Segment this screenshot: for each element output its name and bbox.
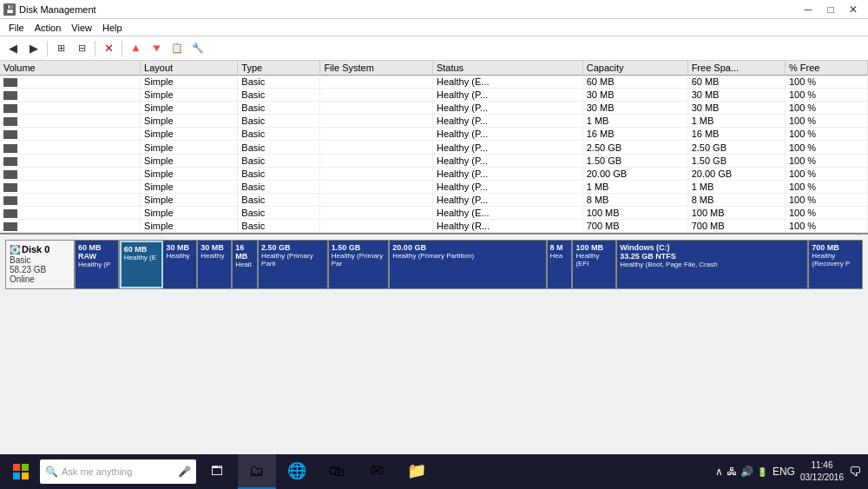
partition-size: 8 M: [550, 243, 569, 252]
col-header-freespace[interactable]: Free Spa...: [687, 61, 785, 76]
menu-view[interactable]: View: [66, 22, 97, 34]
table-row[interactable]: SimpleBasicHealthy (P...8 MB8 MB100 %: [0, 193, 868, 206]
minimize-button[interactable]: ─: [797, 0, 819, 19]
toolbar-sep-2: [95, 41, 95, 56]
table-cell: [0, 89, 141, 102]
volume-icon[interactable]: 🔊: [740, 466, 753, 478]
search-box[interactable]: 🔍 Ask me anything 🎤: [40, 459, 196, 484]
table-cell: 20.00 GB: [687, 167, 785, 180]
clock-date: 03/12/2016: [800, 472, 844, 484]
col-header-status[interactable]: Status: [432, 61, 582, 76]
table-cell: 100 %: [785, 167, 867, 180]
partition-status: Healthy (EFI: [575, 252, 613, 268]
search-icon: 🔍: [45, 466, 58, 478]
col-header-type[interactable]: Type: [238, 61, 320, 76]
disk-partition[interactable]: 30 MBHealthy: [198, 241, 233, 288]
close-button[interactable]: ✕: [842, 0, 865, 19]
toolbar-properties[interactable]: ⊞: [51, 39, 70, 58]
taskbar-file-explorer[interactable]: 🗂: [238, 454, 276, 489]
disk-partition[interactable]: 8 MHea: [548, 241, 574, 288]
col-header-volume[interactable]: Volume: [0, 61, 141, 76]
table-row[interactable]: SimpleBasicHealthy (P...1 MB1 MB100 %: [0, 180, 868, 193]
menu-action[interactable]: Action: [30, 22, 67, 34]
language-indicator[interactable]: ENG: [773, 466, 795, 478]
volume-table: Volume Layout Type File System Status Ca…: [0, 61, 868, 235]
table-row[interactable]: SimpleBasicHealthy (E...100 MB100 MB100 …: [0, 206, 868, 219]
disk-panel-area: 💽 Disk 0 Basic 58.23 GB Online 60 MB RAW…: [0, 235, 868, 454]
menu-file[interactable]: File: [3, 22, 30, 34]
toolbar-up[interactable]: 🔺: [126, 39, 145, 58]
taskbar-edge[interactable]: 🌐: [278, 454, 316, 489]
taskbar-mail[interactable]: ✉: [358, 454, 396, 489]
table-row[interactable]: SimpleBasicHealthy (P...16 MB16 MB100 %: [0, 128, 868, 141]
disk-partition[interactable]: 700 MBHealthy (Recovery P: [809, 241, 862, 288]
table-cell: Healthy (R...: [432, 220, 582, 233]
table-cell: Basic: [238, 154, 320, 167]
table-cell: [320, 180, 433, 193]
table-cell: 100 %: [785, 102, 867, 115]
toolbar-settings[interactable]: 🔧: [188, 39, 207, 58]
network-icon[interactable]: 🖧: [727, 466, 737, 478]
toolbar-refresh[interactable]: ⊟: [72, 39, 91, 58]
clock-time: 11:46: [800, 459, 844, 472]
table-row[interactable]: SimpleBasicHealthy (P...20.00 GB20.00 GB…: [0, 167, 868, 180]
disk-partition[interactable]: 16 MBHealt: [233, 241, 259, 288]
col-header-layout[interactable]: Layout: [141, 61, 238, 76]
disk-row-icon: [3, 183, 17, 192]
maximize-button[interactable]: □: [819, 0, 842, 19]
toolbar-forward[interactable]: ▶: [24, 39, 43, 58]
table-row[interactable]: SimpleBasicHealthy (P...30 MB30 MB100 %: [0, 89, 868, 102]
volume-table-container[interactable]: Volume Layout Type File System Status Ca…: [0, 61, 868, 235]
table-cell: [0, 206, 141, 219]
table-cell: Basic: [238, 76, 320, 89]
toolbar-delete[interactable]: ✕: [99, 39, 118, 58]
disk-partition[interactable]: 20.00 GBHealthy (Primary Partition): [390, 241, 547, 288]
menu-help[interactable]: Help: [97, 22, 128, 34]
table-row[interactable]: SimpleBasicHealthy (E...60 MB60 MB100 %: [0, 76, 868, 89]
chevron-up-icon[interactable]: ∧: [715, 466, 723, 478]
taskbar-folder[interactable]: 📁: [398, 454, 436, 489]
table-cell: [320, 193, 433, 206]
taskbar-store[interactable]: 🛍: [318, 454, 356, 489]
disk-partition[interactable]: 30 MBHealthy: [163, 241, 198, 288]
table-cell: Simple: [141, 76, 238, 89]
col-header-capacity[interactable]: Capacity: [582, 61, 687, 76]
table-row[interactable]: SimpleBasicHealthy (P...1 MB1 MB100 %: [0, 115, 868, 128]
disk-partition[interactable]: 2.50 GBHealthy (Primary Parti: [259, 241, 329, 288]
disk-partition[interactable]: 1.50 GBHealthy (Primary Par: [329, 241, 391, 288]
table-cell: Simple: [141, 102, 238, 115]
disk-partition[interactable]: 100 MBHealthy (EFI: [573, 241, 617, 288]
table-cell: 1.50 GB: [582, 154, 687, 167]
table-cell: [0, 167, 141, 180]
disk-partition[interactable]: Windows (C:)33.25 GB NTFSHealthy (Boot, …: [617, 241, 809, 288]
table-row[interactable]: SimpleBasicHealthy (P...2.50 GB2.50 GB10…: [0, 141, 868, 154]
col-header-filesystem[interactable]: File System: [320, 61, 433, 76]
col-header-freepct[interactable]: % Free: [785, 61, 867, 76]
title-bar: 💾 Disk Management ─ □ ✕: [0, 0, 868, 19]
disk-partition[interactable]: 60 MBHealthy (E: [120, 241, 164, 288]
toolbar-back[interactable]: ◀: [3, 39, 23, 58]
partition-status: Healthy (E: [124, 254, 160, 261]
toolbar-down[interactable]: 🔻: [147, 39, 166, 58]
partition-status: Healthy: [201, 252, 228, 260]
windows-logo-icon: [13, 464, 29, 479]
table-cell: 100 %: [785, 76, 867, 89]
disk-partition[interactable]: 60 MB RAWHealthy (P: [76, 241, 120, 288]
svg-rect-2: [13, 472, 20, 479]
table-row[interactable]: SimpleBasicHealthy (P...30 MB30 MB100 %: [0, 102, 868, 115]
table-row[interactable]: SimpleBasicHealthy (R...700 MB700 MB100 …: [0, 220, 868, 233]
table-cell: 20.00 GB: [582, 167, 687, 180]
clock[interactable]: 11:46 03/12/2016: [800, 459, 844, 484]
table-cell: Healthy (P...: [432, 180, 582, 193]
partition-size: 20.00 GB: [392, 243, 542, 252]
task-view-button[interactable]: 🗔: [198, 454, 236, 489]
table-row[interactable]: SimpleBasicHealthy (P...1.50 GB1.50 GB10…: [0, 154, 868, 167]
notifications-icon[interactable]: 🗨: [849, 465, 861, 479]
start-button[interactable]: [3, 454, 38, 489]
battery-icon[interactable]: 🔋: [757, 467, 767, 477]
edge-icon: 🌐: [287, 461, 306, 480]
toolbar-clipboard[interactable]: 📋: [168, 39, 187, 58]
table-cell: Basic: [238, 141, 320, 154]
table-cell: 30 MB: [687, 89, 785, 102]
table-cell: [320, 167, 433, 180]
